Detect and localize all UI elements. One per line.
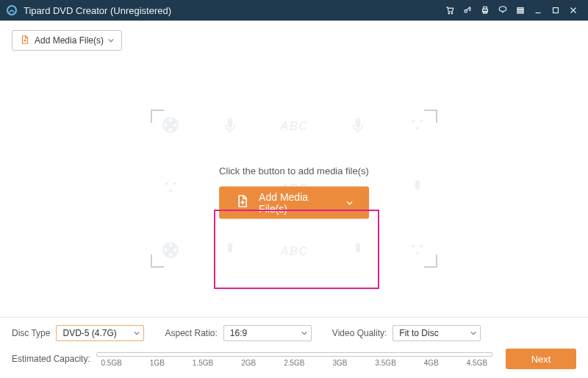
svg-point-39 (412, 244, 415, 247)
bottom-panel: Disc Type DVD-5 (4.7G) Aspect Ratio: 16:… (0, 317, 588, 378)
tick-label: 4.5GB (462, 359, 492, 367)
svg-point-27 (416, 126, 419, 129)
svg-point-17 (169, 118, 172, 121)
tick-label: 0.5GB (96, 359, 127, 367)
disc-type-select[interactable]: DVD-5 (4.7G) (56, 325, 144, 341)
mic-icon (348, 240, 368, 262)
svg-point-33 (169, 243, 172, 246)
titlebar: Tipard DVD Creator (Unregistered) (0, 0, 588, 21)
svg-point-25 (412, 119, 415, 122)
disc-type-label: Disc Type (12, 328, 50, 338)
sparkle-icon (408, 240, 427, 262)
aspect-ratio-value: 16:9 (230, 328, 247, 338)
sparkle-icon (161, 178, 180, 199)
tick-label: 3GB (325, 359, 356, 367)
svg-point-30 (169, 189, 172, 192)
add-media-button-small[interactable]: Add Media File(s) (12, 30, 122, 51)
svg-rect-5 (484, 7, 487, 9)
svg-rect-23 (356, 118, 361, 127)
svg-rect-8 (517, 10, 523, 11)
mic-icon (408, 178, 427, 199)
ghost-text: ABC (280, 120, 308, 133)
tick-label: 2GB (233, 359, 264, 367)
svg-point-1 (448, 13, 450, 14)
cart-icon[interactable] (441, 2, 459, 18)
add-media-button-large-label: Add Media File(s) (259, 190, 333, 214)
print-icon[interactable] (476, 2, 494, 18)
close-icon[interactable] (564, 2, 582, 18)
caret-down-icon (108, 35, 114, 46)
add-file-icon (20, 35, 30, 47)
sparkle-icon (408, 115, 427, 137)
caret-down-icon (301, 328, 307, 338)
mic-icon (348, 115, 368, 137)
svg-rect-38 (356, 243, 361, 252)
svg-rect-9 (517, 12, 523, 13)
svg-point-40 (420, 244, 423, 247)
drop-stage: ABC ABC ABC Click the button to add medi… (151, 110, 437, 268)
aspect-ratio-select[interactable]: 16:9 (223, 325, 312, 341)
svg-point-2 (451, 13, 453, 14)
svg-point-28 (165, 182, 168, 185)
app-title: Tipard DVD Creator (Unregistered) (24, 5, 171, 16)
svg-point-41 (416, 252, 419, 254)
capacity-label: Estimated Capacity: (12, 354, 90, 364)
svg-rect-21 (228, 118, 233, 127)
video-quality-value: Fit to Disc (399, 328, 438, 338)
app-logo-icon (6, 4, 18, 16)
capacity-ticks: 0.5GB 1GB 1.5GB 2GB 2.5GB 3GB 3.5GB 4GB … (96, 359, 492, 367)
capacity-bar: 0.5GB 1GB 1.5GB 2GB 2.5GB 3GB 3.5GB 4GB … (96, 351, 492, 367)
add-file-icon (235, 194, 250, 211)
tick-label: 1.5GB (187, 359, 218, 367)
stage-inner: Click the button to add media file(s) Ad… (219, 165, 369, 218)
key-icon[interactable] (459, 2, 476, 18)
reel-icon (161, 115, 180, 137)
toolbar: Add Media File(s) (0, 21, 588, 60)
tick-label: 1GB (142, 359, 173, 367)
capacity-track (96, 352, 492, 357)
reel-icon (161, 240, 180, 262)
tick-label: 3.5GB (370, 359, 401, 367)
svg-rect-11 (553, 8, 559, 13)
svg-rect-31 (415, 180, 420, 190)
mic-icon (220, 240, 240, 262)
svg-point-20 (164, 124, 167, 126)
minimize-icon[interactable] (529, 2, 547, 18)
disc-type-value: DVD-5 (4.7G) (62, 328, 116, 338)
caret-down-icon (346, 196, 353, 208)
mic-icon (220, 115, 240, 137)
menu-icon[interactable] (512, 2, 529, 18)
svg-rect-37 (228, 243, 233, 252)
svg-point-34 (173, 249, 176, 252)
work-area: ABC ABC ABC Click the button to add medi… (0, 60, 588, 317)
svg-point-26 (420, 119, 423, 122)
svg-point-35 (169, 253, 172, 256)
aspect-ratio-label: Aspect Ratio: (165, 328, 217, 338)
video-quality-select[interactable]: Fit to Disc (392, 325, 481, 341)
maximize-icon[interactable] (547, 2, 564, 18)
svg-point-36 (164, 249, 167, 252)
caret-down-icon (470, 328, 476, 338)
svg-point-18 (173, 124, 176, 126)
add-media-button-small-label: Add Media File(s) (35, 35, 104, 46)
next-button-label: Next (531, 354, 551, 365)
help-icon[interactable] (494, 2, 512, 18)
next-button[interactable]: Next (506, 349, 576, 369)
add-media-button-large[interactable]: Add Media File(s) (219, 186, 369, 218)
video-quality-label: Video Quality: (332, 328, 387, 338)
tick-label: 4GB (416, 359, 447, 367)
svg-rect-7 (517, 8, 523, 10)
svg-point-29 (173, 182, 176, 185)
svg-point-19 (169, 128, 172, 131)
svg-rect-15 (24, 39, 25, 42)
tick-label: 2.5GB (279, 359, 309, 367)
ghost-text: ABC (280, 245, 308, 258)
stage-prompt: Click the button to add media file(s) (219, 165, 369, 176)
caret-down-icon (134, 328, 140, 338)
